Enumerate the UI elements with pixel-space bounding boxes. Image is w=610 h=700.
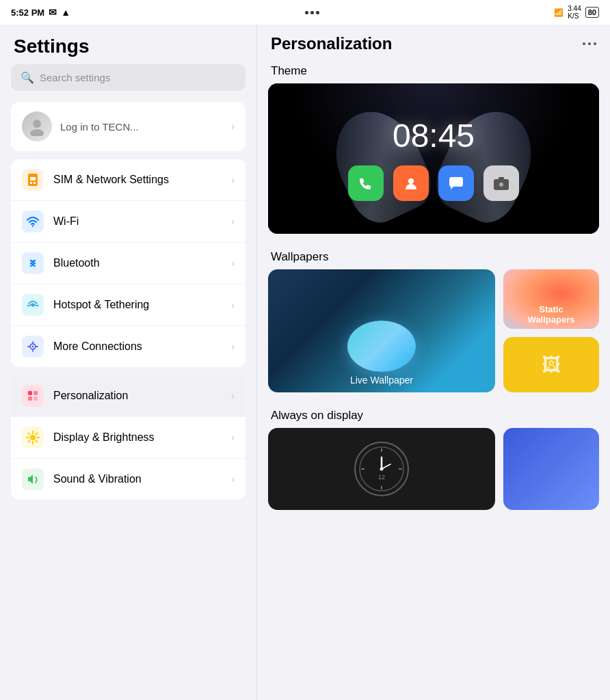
aod-blue-card[interactable] [503,428,599,510]
display-label: Display & Brightness [53,431,222,444]
wifi-settings-icon [22,211,44,232]
wifi-icon: 📶 [554,8,563,17]
theme-app-icons [348,165,519,201]
sidebar-item-sim[interactable]: SIM & Network Settings › [11,159,246,201]
svg-line-29 [36,433,37,435]
connections-chevron: › [231,341,235,352]
connections-label: More Connections [53,340,222,353]
sidebar-item-connections[interactable]: More Connections › [11,326,246,367]
aod-clock-visual: 12 [354,442,409,496]
network-speed: 3.44K/S [568,5,581,20]
svg-point-1 [30,129,44,136]
sidebar-item-wifi[interactable]: Wi-Fi › [11,201,246,243]
search-input[interactable]: Search settings [40,72,110,83]
main-layout: Settings 🔍 Search settings Log in to TEC… [0,25,610,700]
personalization-icon [22,385,44,407]
sidebar-item-personalization[interactable]: Personalization › [11,375,246,417]
theme-wings-decoration [268,83,599,234]
sidebar-item-hotspot[interactable]: Hotspot & Tethering › [11,284,246,326]
svg-point-0 [33,120,41,128]
svg-point-6 [32,225,34,226]
sidebar-item-bluetooth[interactable]: Bluetooth › [11,243,246,284]
status-time: 5:52 PM ✉ ▲ [11,7,70,18]
display-icon [22,427,44,448]
status-center [305,11,319,14]
left-panel: Settings 🔍 Search settings Log in to TEC… [0,25,256,700]
theme-section-label: Theme [257,59,610,83]
sim-icon [22,169,44,191]
svg-point-44 [380,468,384,471]
more-options-button[interactable] [583,42,596,45]
svg-point-35 [499,183,503,187]
svg-text:12: 12 [378,474,385,481]
hotspot-label: Hotspot & Tethering [53,299,222,311]
profile-login-text: Log in to TECN... [60,121,139,133]
hotspot-icon [22,294,44,316]
hotspot-chevron: › [231,299,235,310]
sidebar-item-display[interactable]: Display & Brightness › [11,417,246,459]
connections-icon [22,336,44,358]
static-wallpaper-label: Static Wallpapers [528,304,575,325]
bluetooth-label: Bluetooth [53,257,222,269]
right-panel: Personalization Theme 08:45 [257,25,610,700]
app-icon-contacts [393,165,429,201]
right-header: Personalization [257,25,610,59]
avatar [22,111,52,142]
bluetooth-icon [22,252,44,274]
theme-card[interactable]: 08:45 [268,83,599,234]
bluetooth-chevron: › [231,258,235,269]
svg-rect-36 [499,177,504,180]
live-wallpaper-label: Live Wallpaper [350,375,413,386]
sidebar-item-sound[interactable]: Sound & Vibration › [11,459,246,500]
settings-title: Settings [0,25,256,64]
settings-group-network: SIM & Network Settings › Wi-Fi › [11,159,246,367]
svg-line-27 [29,433,30,435]
profile-left: Log in to TECN... [22,111,139,142]
aod-section-label: Always on display [257,403,610,428]
profile-chevron: › [231,120,235,133]
svg-line-30 [29,440,30,442]
svg-rect-19 [34,391,38,395]
svg-rect-5 [34,182,36,184]
svg-rect-4 [30,182,32,184]
theme-background: 08:45 [268,83,599,234]
display-chevron: › [231,432,235,443]
aod-dark-card[interactable]: 12 [268,428,495,510]
search-bar[interactable]: 🔍 Search settings [11,64,246,91]
photos-wallpaper-card[interactable]: 🖼 [503,337,599,392]
battery-level: 80 [588,8,596,16]
svg-point-22 [30,435,36,440]
sound-chevron: › [231,474,235,485]
personalization-chevron: › [231,390,235,401]
svg-rect-32 [449,177,463,187]
svg-rect-3 [30,177,36,180]
time-display: 5:52 PM [11,8,44,18]
wallpapers-grid: Live Wallpaper Static Wallpapers 🖼 [268,269,599,392]
live-wallpaper-card[interactable]: Live Wallpaper [268,269,495,392]
right-panel-title: Personalization [271,34,392,53]
sound-label: Sound & Vibration [53,473,222,485]
svg-point-31 [408,178,414,184]
wifi-label: Wi-Fi [53,215,222,228]
theme-clock: 08:45 [393,117,475,154]
svg-rect-21 [34,396,38,401]
svg-rect-18 [28,391,32,395]
photos-wallpaper-icon: 🖼 [542,353,561,376]
svg-rect-20 [28,396,32,401]
aod-grid: 12 [268,428,599,510]
wifi-chevron: › [231,216,235,227]
search-icon: 🔍 [21,71,34,84]
sim-chevron: › [231,174,235,185]
settings-group-appearance: Personalization › [11,375,246,500]
static-wallpaper-card[interactable]: Static Wallpapers [503,269,599,329]
wallpapers-section-label: Wallpapers [257,245,610,269]
svg-point-13 [32,346,34,348]
wallpaper-blob-decoration [347,321,416,372]
app-icon-phone [348,165,384,201]
wallpaper-side-panel: Static Wallpapers 🖼 [503,269,599,392]
battery-indicator: 80 [585,7,599,18]
profile-card[interactable]: Log in to TECN... › [11,102,246,151]
sound-icon [22,468,44,490]
sim-label: SIM & Network Settings [53,174,222,186]
app-icon-messages [438,165,474,201]
